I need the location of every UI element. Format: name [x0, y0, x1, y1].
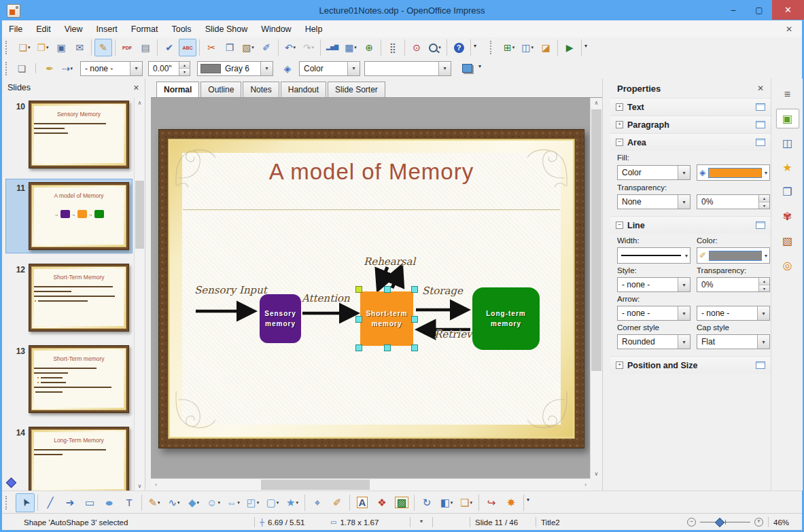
ellipse-icon[interactable]: ● ▾ [100, 493, 119, 512]
selection-handle[interactable] [355, 286, 362, 293]
area-fill-type-select[interactable]: Color▾ [617, 165, 691, 180]
arrange-icon[interactable]: ❏ ▾ [457, 493, 476, 512]
view-tab[interactable]: Notes [243, 82, 279, 97]
toolbar-overflow-icon[interactable]: ▾ [527, 497, 529, 503]
line-color-select[interactable]: Gray 6▾ [197, 61, 273, 76]
menu-item[interactable]: Insert [90, 20, 124, 37]
redo-icon[interactable]: ↷ ▾ [300, 39, 317, 56]
slide-layout-icon[interactable]: ◫ ▾ [519, 39, 536, 56]
new-document-icon[interactable]: ❏ ▾ [16, 39, 33, 56]
custom-animation-tab-icon[interactable]: ★ [776, 158, 799, 177]
cap-style-select[interactable]: Flat▾ [697, 334, 770, 349]
slide-canvas[interactable]: A model of Memory Rehearsal Sensory Inpu… [151, 98, 591, 479]
menu-item[interactable]: File [2, 20, 29, 37]
curve-icon[interactable]: ✎ ▾ [145, 493, 164, 512]
block-arrows-icon[interactable]: ⇔ ▾ [224, 493, 243, 512]
slide-thumbnail[interactable]: A model of Memory →→→ [29, 182, 129, 250]
menu-item[interactable]: View [58, 20, 90, 37]
area-transparency-type-select[interactable]: None▾ [617, 194, 691, 209]
line-transparency-stepper[interactable]: 0% ▴▾ [697, 277, 770, 292]
fill-type-select[interactable]: Color▾ [299, 61, 360, 76]
section-text[interactable]: + Text [610, 98, 771, 116]
line-icon[interactable]: ╱ ▾ [41, 493, 60, 512]
basic-shapes-icon[interactable]: ◆ ▾ [184, 493, 203, 512]
scroll-down-icon[interactable]: ∨ [591, 469, 602, 479]
gallery-tab-icon[interactable]: ▧ [776, 231, 799, 251]
selection-handle[interactable] [411, 344, 418, 351]
menu-item[interactable]: Help [298, 20, 330, 37]
collapse-icon[interactable]: − [616, 139, 623, 146]
open-icon[interactable]: ❐ ▾ [34, 39, 52, 56]
print-icon[interactable]: ▤ ▾ [137, 39, 154, 56]
dialog-launcher-icon[interactable] [756, 221, 765, 229]
zoom-slider-thumb[interactable] [715, 518, 724, 527]
view-tab[interactable]: Slide Sorter [328, 82, 385, 97]
animation-effects-icon[interactable]: ✸ ▾ [502, 493, 521, 512]
undo-icon[interactable]: ↶ ▾ [281, 39, 299, 56]
slides-panel-scrollbar[interactable]: ∧ ∨ [134, 98, 145, 491]
dialog-launcher-icon[interactable] [756, 139, 765, 146]
scroll-left-icon[interactable]: ‹ [151, 479, 161, 491]
menu-item[interactable]: Edit [29, 20, 58, 37]
arrow-style-icon[interactable]: ⇢▾ [58, 60, 76, 77]
toolbar-grip[interactable] [5, 41, 9, 54]
rotate-icon[interactable]: ↻ ▾ [417, 493, 436, 512]
long-term-memory-box[interactable]: Long-termmemory [472, 287, 540, 350]
expand-icon[interactable]: + [616, 361, 623, 369]
properties-tab-icon[interactable]: ▣ [776, 109, 799, 128]
slide-thumbnail[interactable]: Short-Term Memory [29, 264, 129, 332]
line-arrow-icon[interactable]: ➔ ▾ [60, 493, 80, 512]
gallery-icon[interactable]: ▨ ▾ [392, 493, 411, 512]
label-attention[interactable]: Attention [302, 292, 350, 304]
dialog-launcher-icon[interactable] [756, 361, 765, 369]
horizontal-scrollbar[interactable]: ‹ › [151, 478, 591, 491]
connector-icon[interactable]: ∿ ▾ [164, 493, 183, 512]
chart-icon[interactable]: ▂▅▇ ▾ [324, 39, 341, 56]
hyperlink-icon[interactable]: ⊕ ▾ [360, 39, 378, 56]
section-area[interactable]: − Area [610, 133, 771, 151]
slide-transition-tab-icon[interactable]: ◫ [776, 133, 799, 153]
collapse-icon[interactable]: − [616, 221, 623, 229]
fill-can-icon[interactable]: ◈ [279, 60, 296, 77]
section-paragraph[interactable]: + Paragraph [610, 116, 771, 133]
menu-item[interactable]: Window [254, 20, 298, 37]
short-term-memory-box[interactable]: Short-termmemory [360, 291, 413, 346]
scroll-up-icon[interactable]: ∧ [135, 98, 145, 107]
fill-color-select[interactable]: ▾ [364, 61, 451, 76]
master-pages-tab-icon[interactable]: ❐ [776, 182, 799, 202]
help-icon[interactable]: ? ▾ [450, 39, 468, 56]
view-tab[interactable]: Handout [281, 82, 326, 97]
slide-position[interactable]: Slide 11 / 46 [475, 518, 531, 527]
slide-thumbnail[interactable]: Short-Term memory [29, 345, 129, 413]
glue-points-icon[interactable]: ✐ ▾ [328, 493, 347, 512]
table-icon[interactable]: ▦ ▾ [342, 39, 360, 56]
text-icon[interactable]: T ▾ [120, 493, 139, 512]
paste-icon[interactable]: ▧ ▾ [239, 39, 257, 56]
shadow-icon[interactable] [458, 60, 476, 77]
line-style-select[interactable]: - none -▾ [617, 277, 691, 292]
selection-handle[interactable] [384, 286, 391, 293]
area-fill-color-dropdown[interactable]: ◈ ▾ [697, 164, 770, 181]
selection-handle[interactable] [355, 344, 362, 351]
properties-close-icon[interactable]: ✕ [757, 84, 764, 93]
from-file-icon[interactable]: ❖ ▾ [372, 493, 391, 512]
menu-item[interactable]: Format [124, 20, 165, 37]
save-icon[interactable]: ▣ ▾ [52, 39, 70, 56]
dialog-launcher-icon[interactable] [756, 121, 765, 128]
corner-style-select[interactable]: Rounded▾ [617, 334, 691, 349]
callouts-icon[interactable]: ▢ ▾ [263, 493, 282, 512]
expand-icon[interactable]: + [616, 121, 623, 128]
zoom-in-icon[interactable]: + [754, 518, 763, 527]
scrollbar-thumb[interactable] [591, 109, 601, 371]
scrollbar-thumb[interactable] [135, 181, 144, 249]
view-tab[interactable]: Outline [200, 82, 241, 97]
toolbar-overflow-icon[interactable]: ▾ [474, 43, 476, 49]
close-document-icon[interactable]: ✕ [776, 24, 802, 34]
styles-tab-icon[interactable]: ✾ [776, 207, 799, 226]
toolbar-grip[interactable] [5, 496, 9, 510]
symbol-shapes-icon[interactable]: ☺ ▾ [204, 493, 223, 512]
slides-panel-close-icon[interactable]: ✕ [133, 84, 139, 92]
interaction-icon[interactable]: ↪ ▾ [482, 493, 501, 512]
navigator-tab-icon[interactable]: ◎ [776, 255, 799, 275]
format-paintbrush-icon[interactable]: ✐ ▾ [258, 39, 275, 56]
